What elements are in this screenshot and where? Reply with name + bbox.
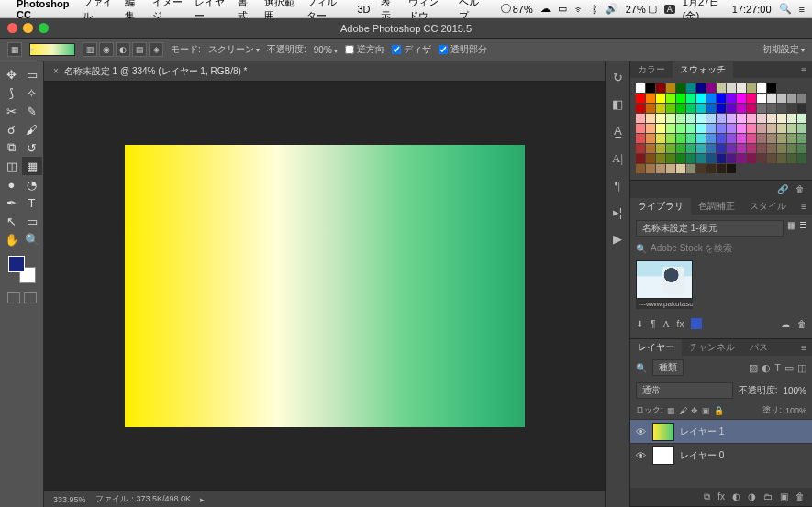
document-tab[interactable]: × 名称未設定 1 @ 334% (レイヤー 1, RGB/8) * <box>44 61 605 82</box>
swatch[interactable] <box>727 104 736 113</box>
eraser-tool-icon[interactable]: ◫ <box>2 157 22 175</box>
layer-thumbnail[interactable] <box>652 446 674 465</box>
swatch[interactable] <box>666 134 675 143</box>
adjustment-layer-icon[interactable]: ◑ <box>748 491 756 502</box>
swatch[interactable] <box>666 164 675 173</box>
swatch[interactable] <box>757 114 766 123</box>
layer-filter-kind[interactable]: 種類 <box>652 359 684 376</box>
filter-smart-icon[interactable]: ◫ <box>797 362 806 374</box>
list-view-icon[interactable]: ≣ <box>799 220 806 237</box>
lock-transparency-icon[interactable]: ▦ <box>667 406 675 415</box>
layer-name[interactable]: レイヤー 0 <box>680 449 724 462</box>
filter-search-icon[interactable]: 🔍 <box>636 363 647 373</box>
layer-name[interactable]: レイヤー 1 <box>680 425 724 438</box>
battery-indicator[interactable]: 27% ▢ <box>626 3 657 15</box>
tool-preset-icon[interactable]: ▦ <box>7 42 22 57</box>
display-icon[interactable]: ▭ <box>558 3 567 15</box>
layer-opacity-input[interactable]: 100% <box>783 386 806 396</box>
swatch[interactable] <box>666 144 675 153</box>
canvas-area[interactable] <box>44 82 605 490</box>
swatch[interactable] <box>777 154 786 163</box>
healing-tool-icon[interactable]: ☌ <box>2 120 22 138</box>
play-panel-icon[interactable]: ▶ <box>613 232 622 246</box>
swatch[interactable] <box>676 134 685 143</box>
swatch[interactable] <box>696 164 706 173</box>
swatch[interactable] <box>676 94 685 103</box>
swatch[interactable] <box>757 144 766 153</box>
gradient-tool-icon[interactable]: ▦ <box>22 157 42 175</box>
shape-tool-icon[interactable]: ▭ <box>22 212 42 230</box>
swatch[interactable] <box>787 154 796 163</box>
lock-artboard-icon[interactable]: ▣ <box>702 406 710 415</box>
swatch[interactable] <box>747 154 756 163</box>
wifi-icon[interactable]: ᯤ <box>574 4 584 15</box>
swatch[interactable] <box>696 154 706 163</box>
marquee-tool-icon[interactable]: ▭ <box>22 65 42 83</box>
swatch[interactable] <box>727 114 736 123</box>
swatch[interactable] <box>636 104 645 113</box>
swatch[interactable] <box>696 104 706 113</box>
lock-all-icon[interactable]: 🔒 <box>714 406 724 415</box>
swatch[interactable] <box>787 104 796 113</box>
swatch[interactable] <box>636 164 645 173</box>
pen-tool-icon[interactable]: ✒ <box>2 193 22 212</box>
menu-3d[interactable]: 3D <box>357 4 370 15</box>
swatch[interactable] <box>797 134 806 143</box>
swatch[interactable] <box>747 124 756 133</box>
bluetooth-icon[interactable]: ᛒ <box>592 4 598 15</box>
swatch[interactable] <box>787 94 796 103</box>
panel-menu-icon[interactable]: ≡ <box>795 65 812 75</box>
swatch[interactable] <box>747 94 756 103</box>
dither-checkbox[interactable]: ディザ <box>392 43 431 56</box>
swatch[interactable] <box>646 134 655 143</box>
library-select[interactable]: 名称未設定 1-復元 <box>636 220 784 237</box>
close-window-button[interactable] <box>7 23 17 33</box>
blend-mode-select[interactable]: スクリーン <box>208 43 260 56</box>
swatch[interactable] <box>686 134 695 143</box>
layers-tab[interactable]: レイヤー <box>630 339 682 356</box>
swatch[interactable] <box>767 94 776 103</box>
panel-menu-icon[interactable]: ≡ <box>795 343 812 353</box>
workspace-select[interactable]: 初期設定 <box>762 43 805 56</box>
add-text-style-icon[interactable]: A <box>662 319 669 329</box>
swatch[interactable] <box>727 124 736 133</box>
swatch[interactable] <box>696 134 706 143</box>
swatch[interactable] <box>787 114 796 123</box>
layer-mask-icon[interactable]: ◐ <box>732 491 740 502</box>
swatch[interactable] <box>757 124 766 133</box>
trash-icon[interactable]: 🗑 <box>795 184 805 194</box>
swatch[interactable] <box>757 83 766 93</box>
swatch[interactable] <box>706 124 716 133</box>
layer-fx-icon[interactable]: fx <box>717 491 725 502</box>
zoom-level[interactable]: 333.95% <box>53 495 86 504</box>
swatch[interactable] <box>767 154 776 163</box>
swatch[interactable] <box>717 114 726 123</box>
swatch[interactable] <box>656 154 665 163</box>
swatch[interactable] <box>666 114 675 123</box>
history-panel-icon[interactable]: ↻ <box>613 71 623 84</box>
blur-tool-icon[interactable]: ● <box>2 175 22 193</box>
swatch[interactable] <box>717 134 726 143</box>
swatch[interactable] <box>646 94 655 103</box>
swatch[interactable] <box>717 94 726 103</box>
spotlight-icon[interactable]: 🔍 <box>779 3 792 15</box>
lib-trash-icon[interactable]: 🗑 <box>797 319 806 329</box>
swatch[interactable] <box>646 104 655 113</box>
filter-adjust-icon[interactable]: ◐ <box>762 362 771 374</box>
eyedropper-tool-icon[interactable]: ✎ <box>22 102 42 120</box>
swatch[interactable] <box>717 104 726 113</box>
tab-close-icon[interactable]: × <box>53 66 59 76</box>
hand-tool-icon[interactable]: ✋ <box>2 230 22 248</box>
grid-view-icon[interactable]: ▦ <box>787 220 795 237</box>
lasso-tool-icon[interactable]: ⟆ <box>2 83 22 102</box>
add-color-icon[interactable] <box>691 318 702 329</box>
swatch[interactable] <box>686 83 695 93</box>
panel-menu-icon[interactable]: ≡ <box>795 202 812 212</box>
swatch[interactable] <box>737 144 746 153</box>
swatch[interactable] <box>777 94 786 103</box>
swatch[interactable] <box>727 144 736 153</box>
gradient-preview[interactable] <box>29 43 75 56</box>
swatch[interactable] <box>656 104 665 113</box>
layer-row[interactable]: 👁 レイヤー 0 <box>630 443 812 467</box>
swatch[interactable] <box>666 104 675 113</box>
